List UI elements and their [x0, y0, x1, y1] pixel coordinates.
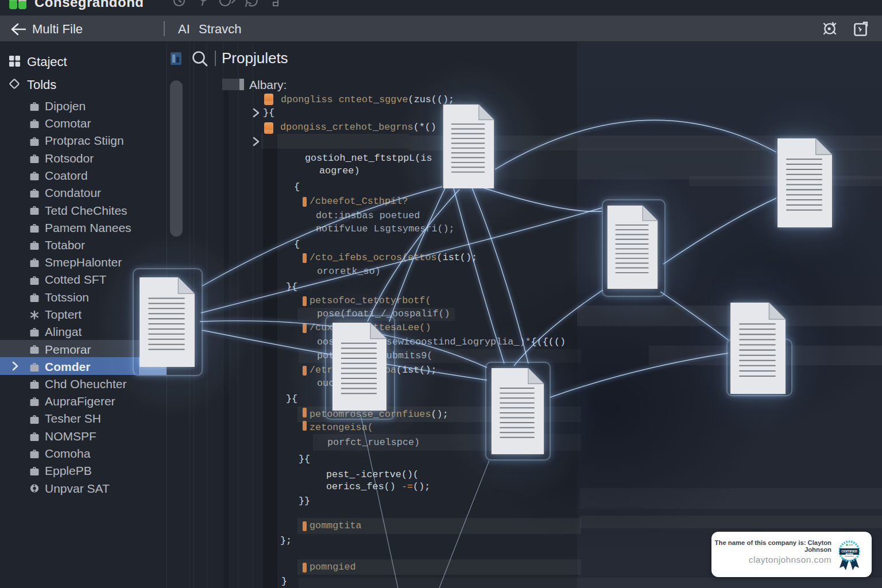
svg-text:ADMIN: ADMIN: [845, 552, 853, 555]
